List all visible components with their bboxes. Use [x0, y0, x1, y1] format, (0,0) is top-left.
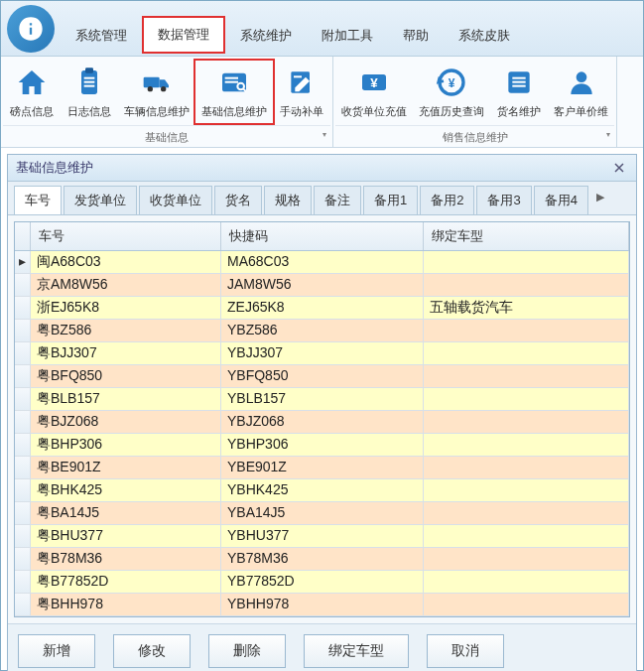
- manual-supp-button[interactable]: 手动补单: [273, 61, 330, 123]
- menu-item-1[interactable]: 数据管理: [142, 16, 225, 54]
- goods-maint-button[interactable]: 货名维护: [490, 61, 548, 123]
- clipboard-icon: [71, 65, 107, 100]
- menu-item-4[interactable]: 帮助: [388, 18, 444, 54]
- cell-bindtype: [424, 342, 629, 364]
- ribbon-label: 手动补单: [280, 104, 323, 119]
- truck-icon: [139, 65, 175, 100]
- menu-item-0[interactable]: 系统管理: [61, 18, 142, 54]
- table-row[interactable]: 粤BA14J5YBA14J5: [15, 502, 629, 525]
- panel-footer: 新增 修改 删除 绑定车型 取消: [8, 623, 636, 671]
- log-info-button[interactable]: 日志信息: [61, 61, 118, 123]
- cell-bindtype: [424, 388, 629, 410]
- tab-strip: 车号发货单位收货单位货名规格备注备用1备用2备用3备用4▶: [8, 182, 636, 215]
- cell-vehicle: 闽A68C03: [31, 251, 221, 273]
- grid-header-indicator: [15, 222, 31, 250]
- tab-nav-right[interactable]: ▶: [590, 186, 610, 214]
- add-button[interactable]: 新增: [18, 634, 95, 668]
- vehicle-maint-button[interactable]: 车辆信息维护: [118, 61, 195, 123]
- table-row[interactable]: 粤BJZ068YBJZ068: [15, 411, 629, 434]
- cell-shortcut: YBHP306: [221, 434, 424, 456]
- svg-rect-4: [84, 85, 95, 87]
- table-row[interactable]: ▸闽A68C03MA68C03: [15, 251, 629, 274]
- cell-vehicle: 粤BFQ850: [31, 365, 221, 387]
- main-menu: 系统管理数据管理系统维护附加工具帮助系统皮肤: [61, 1, 525, 56]
- grid-header-bindtype[interactable]: 绑定车型: [424, 222, 629, 250]
- row-indicator: [15, 274, 31, 296]
- tab-0[interactable]: 车号: [14, 186, 62, 214]
- grid-body[interactable]: ▸闽A68C03MA68C03京AM8W56JAM8W56浙EJ65K8ZEJ6…: [15, 251, 629, 616]
- ribbon: 磅点信息日志信息车辆信息维护基础信息维护手动补单基础信息¥收货单位充值¥充值历史…: [1, 57, 643, 148]
- ribbon-label: 客户单价维: [554, 104, 608, 119]
- cell-bindtype: [424, 274, 629, 296]
- money-icon: ¥: [356, 65, 392, 100]
- table-row[interactable]: 粤B77852DYB77852D: [15, 571, 629, 594]
- table-row[interactable]: 浙EJ65K8ZEJ65K8五轴载货汽车: [15, 297, 629, 320]
- cell-shortcut: YBHU377: [221, 525, 424, 547]
- table-row[interactable]: 粤BHU377YBHU377: [15, 525, 629, 548]
- cell-vehicle: 粤B78M36: [31, 548, 221, 570]
- tab-2[interactable]: 收货单位: [139, 186, 212, 214]
- cancel-button[interactable]: 取消: [427, 634, 504, 668]
- tab-3[interactable]: 货名: [214, 186, 262, 214]
- cell-shortcut: YBJZ068: [221, 411, 424, 433]
- grid-header-vehicle[interactable]: 车号: [31, 222, 221, 250]
- cell-shortcut: ZEJ65K8: [221, 297, 424, 319]
- tab-5[interactable]: 备注: [314, 186, 361, 214]
- grid-header-shortcut[interactable]: 快捷码: [221, 222, 424, 250]
- menu-item-5[interactable]: 系统皮肤: [444, 18, 525, 54]
- cell-shortcut: YBA14J5: [221, 502, 424, 524]
- table-row[interactable]: 粤BHK425YBHK425: [15, 479, 629, 502]
- list-icon: [501, 65, 537, 100]
- card-icon: [216, 65, 252, 100]
- ribbon-label: 收货单位充值: [341, 104, 407, 119]
- cust-price-button[interactable]: 客户单价维: [548, 61, 614, 123]
- tab-4[interactable]: 规格: [264, 186, 312, 214]
- menu-item-2[interactable]: 系统维护: [225, 18, 307, 54]
- delete-button[interactable]: 删除: [208, 634, 286, 668]
- cell-vehicle: 粤BE901Z: [31, 457, 221, 478]
- edit-button[interactable]: 修改: [113, 634, 191, 668]
- pound-info-button[interactable]: 磅点信息: [3, 61, 61, 123]
- tab-7[interactable]: 备用2: [420, 186, 474, 214]
- table-row[interactable]: 粤BE901ZYBE901Z: [15, 457, 629, 479]
- recharge-hist-button[interactable]: ¥充值历史查询: [413, 61, 490, 123]
- cell-shortcut: YBZ586: [221, 320, 424, 341]
- svg-rect-1: [85, 67, 93, 72]
- tab-8[interactable]: 备用3: [476, 186, 531, 214]
- base-info-panel: 基础信息维护 车号发货单位收货单位货名规格备注备用1备用2备用3备用4▶ 车号 …: [7, 154, 637, 671]
- table-row[interactable]: 粤BLB157YBLB157: [15, 388, 629, 411]
- recv-recharge-button[interactable]: ¥收货单位充值: [335, 61, 413, 123]
- table-row[interactable]: 京AM8W56JAM8W56: [15, 274, 629, 297]
- bind-type-button[interactable]: 绑定车型: [304, 634, 409, 668]
- cell-bindtype: [424, 594, 629, 615]
- base-maint-button[interactable]: 基础信息维护: [193, 59, 275, 125]
- cell-bindtype: 五轴载货汽车: [424, 297, 629, 319]
- cell-bindtype: [424, 457, 629, 478]
- tab-6[interactable]: 备用1: [363, 186, 418, 214]
- cell-vehicle: 粤BHU377: [31, 525, 221, 547]
- row-indicator: [15, 548, 31, 570]
- table-row[interactable]: 粤BHP306YBHP306: [15, 434, 629, 457]
- cell-shortcut: YB78M36: [221, 548, 424, 570]
- tab-1[interactable]: 发货单位: [64, 186, 137, 214]
- table-row[interactable]: 粤BJJ307YBJJ307: [15, 342, 629, 365]
- cell-shortcut: YBHH978: [221, 594, 424, 615]
- app-logo: [7, 5, 55, 53]
- row-indicator: [15, 502, 31, 524]
- row-indicator: [15, 342, 31, 364]
- svg-point-6: [148, 86, 153, 91]
- row-indicator: [15, 297, 31, 319]
- cell-shortcut: YB77852D: [221, 571, 424, 593]
- table-row[interactable]: 粤BHH978YBHH978: [15, 594, 629, 616]
- svg-point-7: [161, 86, 166, 91]
- cell-shortcut: YBHK425: [221, 479, 424, 501]
- table-row[interactable]: 粤BZ586YBZ586: [15, 320, 629, 342]
- cell-bindtype: [424, 320, 629, 341]
- table-row[interactable]: 粤BFQ850YBFQ850: [15, 365, 629, 388]
- panel-close-button[interactable]: [610, 159, 628, 177]
- table-row[interactable]: 粤B78M36YB78M36: [15, 548, 629, 571]
- svg-point-22: [576, 71, 586, 82]
- ribbon-group-0: 磅点信息日志信息车辆信息维护基础信息维护手动补单基础信息: [1, 57, 333, 147]
- tab-9[interactable]: 备用4: [534, 186, 588, 214]
- menu-item-3[interactable]: 附加工具: [307, 18, 388, 54]
